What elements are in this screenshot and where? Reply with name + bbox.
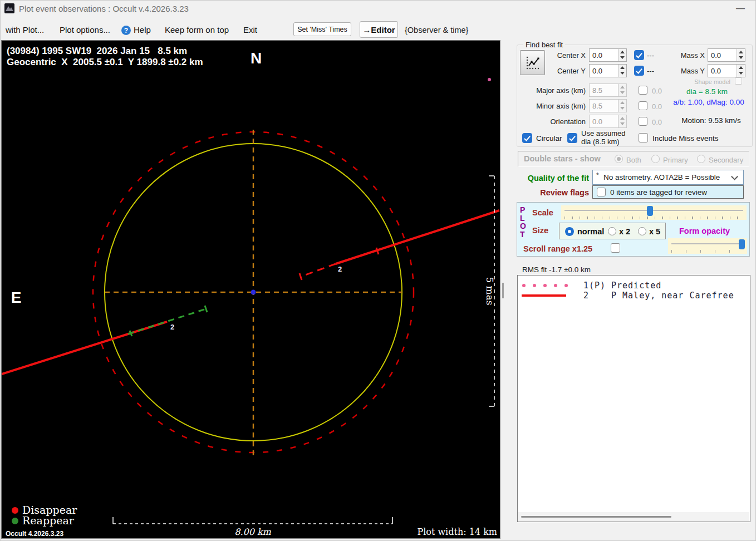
center-y-label: Center Y <box>523 67 586 75</box>
minor-axis-label: Minor axis (km) <box>518 102 586 110</box>
shape-model-checkbox[interactable] <box>735 77 742 85</box>
mass-y-spin-buttons[interactable] <box>737 65 745 77</box>
chord-upper[interactable]: 2 <box>300 210 499 280</box>
mass-y-spinner[interactable] <box>708 64 745 77</box>
menubar: with Plot... Plot options... ? Help Keep… <box>0 19 756 40</box>
minor-axis-input[interactable] <box>590 100 618 112</box>
mass-x-spin-buttons[interactable] <box>737 49 745 61</box>
center-x-input[interactable] <box>590 49 618 61</box>
form-opacity-slider[interactable] <box>668 238 747 254</box>
minor-axis-checkbox[interactable] <box>639 101 647 110</box>
center-x-spin-buttons[interactable] <box>618 49 626 61</box>
legend-row-predicted[interactable]: 1(P) Predicted <box>517 280 749 290</box>
titlebar[interactable]: Plot event observations : Occult v.4.202… <box>0 0 756 17</box>
menu-with-plot[interactable]: with Plot... <box>6 25 44 35</box>
mass-x-spinner[interactable] <box>708 48 745 62</box>
center-y-spinner[interactable] <box>589 64 627 77</box>
mass-x-label: Mass X <box>657 51 705 60</box>
minor-axis-spin-buttons[interactable] <box>618 100 626 112</box>
chord-lower-end-cap <box>205 306 207 312</box>
double-stars-both-label: Both <box>626 156 641 164</box>
orientation-spin-buttons[interactable] <box>618 115 626 127</box>
scale-label: Scale <box>532 208 553 217</box>
scroll-range-checkbox[interactable] <box>611 243 620 253</box>
center-y-dashes: --- <box>647 67 654 75</box>
minor-axis-flag: 0.0 <box>652 102 662 111</box>
center-dot <box>251 290 256 295</box>
size-radio-x5[interactable] <box>638 227 646 235</box>
chord-lower-tick <box>130 331 132 336</box>
legend-row-observer[interactable]: 2 P Maley, near Carefree <box>517 290 749 300</box>
set-miss-times-button[interactable]: Set 'Miss' Times <box>293 22 351 36</box>
orientation-input[interactable] <box>590 115 618 127</box>
major-axis-input[interactable] <box>590 84 618 96</box>
quality-fit-value: No astrometry. AOTA2B = Possible <box>603 173 720 181</box>
chord-lower[interactable]: 2 <box>2 306 207 374</box>
occultation-plot[interactable]: 2 2 (30984) 1995 SW19 2026 Jan 15 8.5 km… <box>1 40 500 539</box>
hscrollbar-thumb[interactable] <box>521 516 671 518</box>
help-icon[interactable]: ? <box>121 26 131 35</box>
center-y-spin-buttons[interactable] <box>618 65 626 77</box>
minor-axis-spinner[interactable] <box>589 99 627 112</box>
circular-checkbox[interactable] <box>522 133 532 143</box>
center-x-label: Center X <box>523 51 586 60</box>
legend-row1-id: 1(P) <box>583 281 606 291</box>
scale-slider[interactable] <box>561 205 747 220</box>
major-axis-label: Major axis (km) <box>518 86 586 95</box>
ab-dmag-text: a/b: 1.00, dMag: 0.00 <box>667 98 750 106</box>
legend-list-hscrollbar[interactable] <box>518 512 749 521</box>
double-stars-radio-primary[interactable] <box>651 155 660 163</box>
major-axis-checkbox[interactable] <box>639 86 647 95</box>
predicted-dot-swatch <box>543 284 547 287</box>
mass-y-input[interactable] <box>708 65 737 77</box>
predicted-dot-swatch <box>564 284 568 287</box>
mass-x-input[interactable] <box>708 49 737 61</box>
center-y-input[interactable] <box>590 65 618 77</box>
center-x-dashes: --- <box>647 51 654 60</box>
use-assumed-checkbox[interactable] <box>567 133 577 143</box>
mass-y-label: Mass Y <box>657 67 705 75</box>
menu-help[interactable]: Help <box>134 25 151 35</box>
double-stars-primary-label: Primary <box>663 156 688 164</box>
reappear-dot <box>12 518 18 524</box>
plot-letter-o: O <box>520 222 526 230</box>
find-best-fit-title: Find best fit <box>523 41 565 49</box>
plot-header-line2: Geocentric X 2005.5 ±0.1 Y 1899.8 ±0.2 k… <box>7 57 203 67</box>
chord-lower-label: 2 <box>170 323 174 331</box>
menu-keep-form-on-top[interactable]: Keep form on top <box>165 25 229 35</box>
form-opacity-slider-thumb[interactable] <box>739 239 745 249</box>
observer-time-label: {Observer & time} <box>405 26 468 35</box>
size-label: Size <box>532 226 548 235</box>
menu-plot-options[interactable]: Plot options... <box>60 25 110 35</box>
menu-exit[interactable]: Exit <box>243 25 257 35</box>
version-label: Occult 4.2026.3.23 <box>6 530 63 538</box>
legend-row2-id: 2 <box>583 291 589 301</box>
chord-upper-end-cap <box>300 273 302 280</box>
size-radio-normal[interactable] <box>565 227 574 236</box>
orientation-spinner[interactable] <box>589 115 627 128</box>
major-axis-spinner[interactable] <box>589 83 627 97</box>
legend-row2-name: P Maley, near Carefree <box>611 291 734 301</box>
field-star-dot <box>488 78 491 81</box>
scale-slider-thumb[interactable] <box>647 206 653 216</box>
splitter-handle[interactable] <box>502 283 504 298</box>
include-miss-checkbox[interactable] <box>639 133 648 142</box>
center-x-spinner[interactable] <box>589 48 627 62</box>
observation-legend-list[interactable] <box>517 275 750 522</box>
size-radio-x2[interactable] <box>608 227 616 235</box>
center-x-checkbox[interactable] <box>634 50 644 60</box>
east-label: E <box>11 289 22 306</box>
major-axis-spin-buttons[interactable] <box>618 84 626 96</box>
quality-fit-dropdown[interactable]: * No astrometry. AOTA2B = Possible <box>592 170 744 185</box>
double-stars-radio-secondary[interactable] <box>697 155 705 163</box>
editor-button[interactable]: →Editor <box>360 21 398 38</box>
center-y-checkbox[interactable] <box>634 66 644 76</box>
north-label: N <box>251 50 262 67</box>
double-stars-radio-both[interactable] <box>615 155 623 163</box>
review-flags-checkbox[interactable] <box>597 188 606 196</box>
minimize-button[interactable]: — <box>729 1 752 16</box>
include-miss-label: Include Miss events <box>652 134 719 142</box>
orientation-checkbox[interactable] <box>639 117 647 126</box>
reappear-label: Reappear <box>22 514 75 527</box>
double-stars-secondary-label: Secondary <box>709 156 743 164</box>
